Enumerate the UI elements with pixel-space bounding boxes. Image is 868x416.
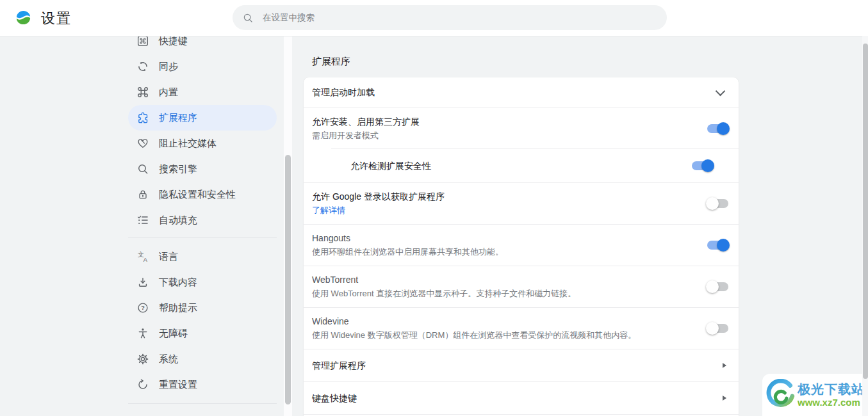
row-text: 管理扩展程序	[312, 349, 723, 381]
sidebar-item-label: 内置	[159, 86, 178, 99]
sidebar-divider	[128, 403, 277, 404]
sidebar-item[interactable]: 系统	[128, 346, 277, 372]
row-title: WebTorrent	[312, 273, 694, 286]
watermark-site-url: www.xz7.com	[798, 397, 865, 408]
row-title: Hangouts	[312, 232, 694, 244]
sidebar-item-label: 隐私设置和安全性	[159, 189, 236, 201]
toggle-knob	[701, 159, 714, 172]
sidebar-item-label: 搜索引擎	[159, 163, 197, 175]
row-text: 允许检测扩展安全性	[350, 149, 679, 182]
sidebar-divider	[128, 237, 277, 238]
sidebar-top-group: 快捷键 同步 内置 扩展程序 阻止社交媒体 搜索引擎 隐私设置和安全性 自动填充	[128, 28, 277, 233]
sidebar-bottom-group: 语言 下载内容 帮助提示 无障碍 系统 重置设置	[128, 244, 277, 397]
page-scrollbar-track[interactable]	[862, 36, 868, 416]
sidebar-item-icon	[136, 137, 149, 150]
settings-row[interactable]: Hangouts 使用环聊组件在浏览器中启用屏幕共享和其他功能。	[304, 224, 739, 266]
toggle-knob	[706, 280, 719, 293]
sidebar-item-label: 无障碍	[159, 328, 188, 340]
toggle-switch[interactable]	[707, 199, 728, 208]
sidebar-item[interactable]: 隐私设置和安全性	[128, 182, 277, 207]
sidebar-item-icon	[136, 60, 149, 73]
sidebar-item[interactable]: 扩展程序	[128, 105, 277, 131]
settings-row[interactable]: Widevine 使用 Widevine 数字版权管理（DRM）组件在浏览器中查…	[304, 307, 739, 349]
row-title: 允许检测扩展安全性	[350, 159, 679, 172]
sidebar-item[interactable]: 内置	[128, 79, 277, 105]
sidebar-scrollbar-thumb[interactable]	[285, 155, 291, 404]
settings-row[interactable]: 允许安装、启用第三方扩展 需启用开发者模式	[304, 108, 739, 149]
row-title: 管理扩展程序	[312, 359, 723, 372]
row-title: 管理启动时加载	[312, 86, 717, 99]
search-input[interactable]	[261, 12, 635, 23]
row-text: Widevine 使用 Widevine 数字版权管理（DRM）组件在浏览器中查…	[312, 308, 694, 349]
watermark-text: 极光下载站 www.xz7.com	[798, 382, 865, 408]
sidebar-item-icon	[136, 327, 149, 340]
sidebar-item[interactable]: 自动填充	[128, 207, 277, 233]
toggle-switch[interactable]	[707, 282, 728, 291]
sidebar-item[interactable]: 语言	[128, 244, 277, 269]
sidebar-item[interactable]: 重置设置	[128, 372, 277, 397]
sidebar-item-label: 帮助提示	[159, 302, 197, 314]
sidebar-item-label: 扩展程序	[159, 112, 197, 124]
sidebar-item-icon	[136, 276, 149, 289]
toggle-switch[interactable]	[692, 161, 713, 170]
row-title: 允许安装、启用第三方扩展	[312, 115, 694, 128]
row-title: 键盘快捷键	[312, 392, 723, 404]
search-icon	[242, 12, 254, 24]
row-text: 键盘快捷键	[312, 382, 723, 414]
settings-sidebar: 快捷键 同步 内置 扩展程序 阻止社交媒体 搜索引擎 隐私设置和安全性 自动填充…	[128, 28, 277, 410]
sidebar-item-label: 语言	[159, 251, 178, 263]
settings-row[interactable]: 管理启动时加载	[304, 77, 739, 108]
browser-logo-icon	[15, 9, 32, 26]
row-text: Hangouts 使用环聊组件在浏览器中启用屏幕共享和其他功能。	[312, 225, 694, 266]
settings-row[interactable]: 管理扩展程序	[304, 349, 739, 381]
section-title: 扩展程序	[312, 56, 350, 68]
row-subtitle: 使用 WebTorrent 直接在浏览器中显示种子。支持种子文件和磁力链接。	[312, 287, 694, 300]
row-text: 允许安装、启用第三方扩展 需启用开发者模式	[312, 108, 694, 149]
extensions-settings-card: 管理启动时加载 允许安装、启用第三方扩展 需启用开发者模式 允许检测扩展安全性	[304, 77, 739, 416]
row-text: 允许 Google 登录以获取扩展程序 了解详情	[312, 183, 694, 224]
watermark-site-name: 极光下载站	[798, 382, 865, 397]
chevron-down-icon	[716, 86, 726, 96]
sidebar-item-label: 下载内容	[159, 276, 197, 289]
sidebar-item[interactable]: 无障碍	[128, 321, 277, 346]
settings-row[interactable]: 允许 Google 登录以获取扩展程序 了解详情	[304, 182, 739, 224]
sidebar-item-label: 自动填充	[159, 214, 197, 227]
sidebar-item-icon	[136, 378, 149, 391]
sidebar-item-label: 阻止社交媒体	[159, 138, 217, 150]
settings-row[interactable]: 允许检测扩展安全性	[304, 149, 739, 182]
sidebar-scrollbar-track[interactable]	[284, 36, 292, 416]
sidebar-item-icon	[136, 111, 149, 124]
sidebar-item[interactable]: 搜索引擎	[128, 156, 277, 182]
toggle-knob	[706, 197, 719, 210]
row-title: Widevine	[312, 315, 694, 328]
row-subtitle: 需启用开发者模式	[312, 129, 694, 141]
arrow-right-icon	[723, 363, 726, 368]
toggle-switch[interactable]	[707, 241, 728, 250]
sidebar-item-icon	[136, 250, 149, 263]
sidebar-item-icon	[136, 163, 149, 175]
toggle-knob	[717, 239, 730, 252]
sidebar-item-label: 重置设置	[159, 379, 197, 391]
arrow-right-icon	[723, 396, 726, 401]
sidebar-item-icon	[136, 188, 149, 201]
toggle-switch[interactable]	[707, 324, 728, 333]
toggle-knob	[717, 122, 730, 135]
sidebar-item-label: 同步	[159, 61, 178, 73]
settings-search-bar[interactable]	[233, 5, 667, 30]
sidebar-item-icon	[136, 353, 149, 365]
page-scrollbar-thumb[interactable]	[863, 44, 868, 379]
sidebar-item-icon	[136, 86, 149, 99]
sidebar-item[interactable]: 阻止社交媒体	[128, 131, 277, 156]
sidebar-item[interactable]: 同步	[128, 54, 277, 79]
sidebar-item-icon	[136, 35, 149, 47]
learn-more-link[interactable]: 了解详情	[312, 204, 345, 216]
row-subtitle: 使用 Widevine 数字版权管理（DRM）组件在浏览器中查看受保护的流视频和…	[312, 329, 694, 341]
sidebar-item[interactable]: 下载内容	[128, 269, 277, 295]
app-header: 设置	[0, 0, 868, 36]
page-title: 设置	[41, 0, 72, 36]
toggle-switch[interactable]	[707, 124, 728, 133]
row-text: WebTorrent 使用 WebTorrent 直接在浏览器中显示种子。支持种…	[312, 266, 694, 307]
sidebar-item[interactable]: 帮助提示	[128, 295, 277, 321]
settings-row[interactable]: 键盘快捷键	[304, 381, 739, 415]
settings-row[interactable]: WebTorrent 使用 WebTorrent 直接在浏览器中显示种子。支持种…	[304, 266, 739, 307]
